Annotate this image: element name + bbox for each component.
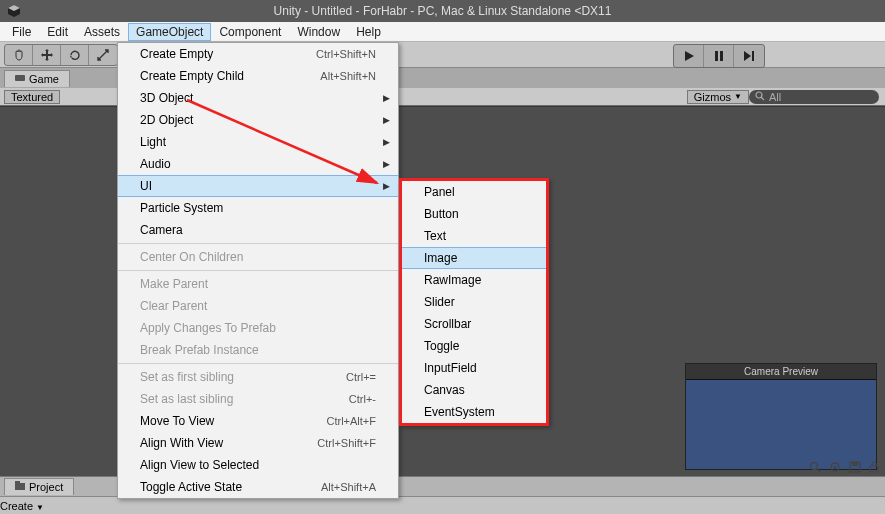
pause-button[interactable]: [704, 45, 734, 67]
label: Set as first sibling: [140, 370, 234, 384]
menu-camera[interactable]: Camera: [118, 219, 398, 241]
svg-point-16: [834, 466, 837, 469]
menu-component[interactable]: Component: [211, 23, 289, 41]
label: Create Empty Child: [140, 69, 244, 83]
ui-menu-eventsystem[interactable]: EventSystem: [402, 401, 546, 423]
label: Break Prefab Instance: [140, 343, 259, 357]
ui-menu-canvas[interactable]: Canvas: [402, 379, 546, 401]
menubar: FileEditAssetsGameObjectComponentWindowH…: [0, 22, 885, 42]
menu-make-parent: Make Parent: [118, 273, 398, 295]
label: 2D Object: [140, 113, 193, 127]
ui-menu-image[interactable]: Image: [402, 247, 546, 269]
ui-menu-inputfield[interactable]: InputField: [402, 357, 546, 379]
ui-menu-slider[interactable]: Slider: [402, 291, 546, 313]
svg-rect-11: [15, 483, 25, 490]
menu-first-sibling: Set as first siblingCtrl+=: [118, 366, 398, 388]
menu-ui[interactable]: UI▶: [118, 175, 398, 197]
search-icon: [755, 91, 765, 103]
gameobject-menu: Create EmptyCtrl+Shift+N Create Empty Ch…: [117, 42, 399, 499]
search-icon[interactable]: [809, 461, 821, 476]
menu-create-empty-child[interactable]: Create Empty ChildAlt+Shift+N: [118, 65, 398, 87]
menu-align-view-selected[interactable]: Align View to Selected: [118, 454, 398, 476]
menu-last-sibling: Set as last siblingCtrl+-: [118, 388, 398, 410]
label: Toggle Active State: [140, 480, 242, 494]
submenu-arrow-icon: ▶: [383, 115, 390, 125]
shortcut: Ctrl+Shift+N: [316, 48, 376, 60]
label: EventSystem: [424, 405, 495, 419]
menu-create-empty[interactable]: Create EmptyCtrl+Shift+N: [118, 43, 398, 65]
project-toolbar-right: [809, 461, 879, 476]
label: 3D Object: [140, 91, 193, 105]
camera-preview-body: [686, 379, 876, 469]
ui-menu-panel[interactable]: Panel: [402, 181, 546, 203]
svg-rect-4: [720, 51, 723, 61]
ui-menu-button[interactable]: Button: [402, 203, 546, 225]
menu-light[interactable]: Light▶: [118, 131, 398, 153]
menu-file[interactable]: File: [4, 23, 39, 41]
move-tool-button[interactable]: [33, 45, 61, 65]
game-icon: [15, 73, 25, 85]
label: Align View to Selected: [140, 458, 259, 472]
label: Panel: [424, 185, 455, 199]
menu-3d-object[interactable]: 3D Object▶: [118, 87, 398, 109]
menu-toggle-active[interactable]: Toggle Active StateAlt+Shift+A: [118, 476, 398, 498]
menu-clear-parent: Clear Parent: [118, 295, 398, 317]
menu-gameobject[interactable]: GameObject: [128, 23, 211, 41]
hand-tool-button[interactable]: [5, 45, 33, 65]
chevron-down-icon: ▼: [734, 92, 742, 101]
label: Toggle: [424, 339, 459, 353]
label: UI: [140, 179, 152, 193]
scale-tool-button[interactable]: [89, 45, 117, 65]
play-button[interactable]: [674, 45, 704, 67]
menu-particle-system[interactable]: Particle System: [118, 197, 398, 219]
svg-rect-8: [15, 75, 25, 81]
label: Make Parent: [140, 277, 208, 291]
svg-line-10: [761, 97, 764, 100]
lock-icon[interactable]: [869, 461, 879, 476]
label: Center On Children: [140, 250, 243, 264]
textured-dropdown[interactable]: Textured: [4, 90, 60, 104]
menu-move-to-view[interactable]: Move To ViewCtrl+Alt+F: [118, 410, 398, 432]
menu-edit[interactable]: Edit: [39, 23, 76, 41]
separator: [118, 270, 398, 271]
ui-menu-text[interactable]: Text: [402, 225, 546, 247]
shortcut: Alt+Shift+N: [320, 70, 376, 82]
menu-align-with-view[interactable]: Align With ViewCtrl+Shift+F: [118, 432, 398, 454]
menu-assets[interactable]: Assets: [76, 23, 128, 41]
label: Text: [424, 229, 446, 243]
menu-break-prefab: Break Prefab Instance: [118, 339, 398, 361]
tab-project[interactable]: Project: [4, 478, 74, 495]
ui-menu-rawimage[interactable]: RawImage: [402, 269, 546, 291]
tab-project-label: Project: [29, 481, 63, 493]
search-field[interactable]: All: [749, 90, 879, 104]
filter-icon[interactable]: [829, 461, 841, 476]
transform-tools: [4, 44, 118, 66]
separator: [118, 243, 398, 244]
create-dropdown[interactable]: Create ▼: [0, 500, 44, 512]
titlebar: Unity - Untitled - ForHabr - PC, Mac & L…: [0, 0, 885, 22]
menu-audio[interactable]: Audio▶: [118, 153, 398, 175]
shortcut: Alt+Shift+A: [321, 481, 376, 493]
menu-2d-object[interactable]: 2D Object▶: [118, 109, 398, 131]
save-icon[interactable]: [849, 461, 861, 476]
menu-window[interactable]: Window: [289, 23, 348, 41]
camera-preview-header: Camera Preview: [686, 364, 876, 379]
unity-logo-icon: [6, 3, 22, 19]
tab-game-label: Game: [29, 73, 59, 85]
ui-menu-toggle[interactable]: Toggle: [402, 335, 546, 357]
step-button[interactable]: [734, 45, 764, 67]
shortcut: Ctrl+Alt+F: [326, 415, 376, 427]
tab-game[interactable]: Game: [4, 70, 70, 87]
svg-rect-12: [15, 481, 20, 484]
ui-menu-scrollbar[interactable]: Scrollbar: [402, 313, 546, 335]
rotate-tool-button[interactable]: [61, 45, 89, 65]
svg-line-14: [817, 469, 820, 472]
label: Set as last sibling: [140, 392, 233, 406]
label: Apply Changes To Prefab: [140, 321, 276, 335]
shortcut: Ctrl+Shift+F: [317, 437, 376, 449]
label: Clear Parent: [140, 299, 207, 313]
menu-help[interactable]: Help: [348, 23, 389, 41]
gizmos-dropdown[interactable]: Gizmos▼: [687, 90, 749, 104]
label: Slider: [424, 295, 455, 309]
label: Camera: [140, 223, 183, 237]
